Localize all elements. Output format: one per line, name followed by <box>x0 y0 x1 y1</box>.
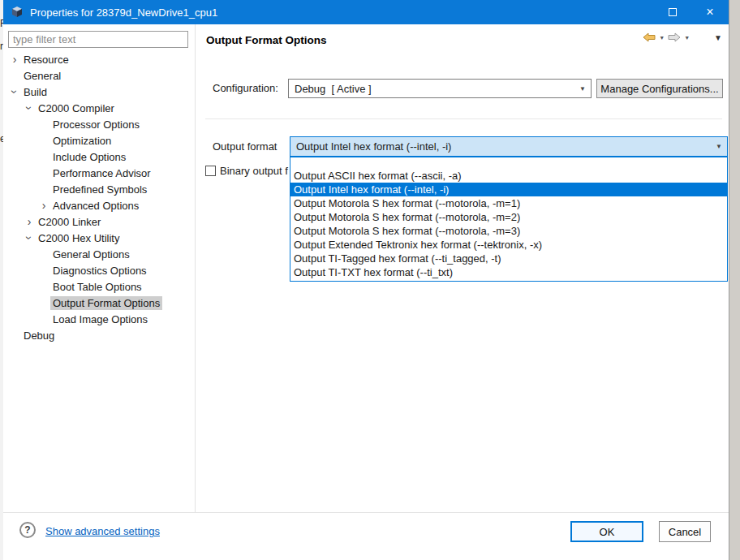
sidebar-item-label: General <box>21 69 63 83</box>
tree-expanded-arrow-icon[interactable]: › <box>21 231 37 244</box>
background-window-right-edge <box>729 0 740 560</box>
page-title: Output Format Options <box>206 34 326 46</box>
sidebar-item-load-image-options[interactable]: Load Image Options <box>3 311 195 327</box>
screen: Rrae Properties for 28379d_NewDrive1_cpu… <box>0 0 740 560</box>
sidebar-item-build[interactable]: ›Build <box>3 84 195 100</box>
configuration-value: Debug [ Active ] <box>289 83 574 95</box>
close-button[interactable]: × <box>691 0 729 24</box>
sidebar-item-label: C2000 Linker <box>36 215 103 229</box>
sidebar-item-diagnostics-options[interactable]: Diagnostics Options <box>3 262 195 278</box>
dropdown-option-3[interactable]: Output Motorola S hex format (--motorola… <box>290 210 727 224</box>
configuration-select[interactable]: Debug [ Active ] ▼ <box>288 79 592 98</box>
app-cube-icon <box>11 6 24 19</box>
sidebar-item-performance-advisor[interactable]: Performance Advisor <box>3 165 195 181</box>
section-divider <box>205 118 722 119</box>
maximize-icon <box>669 8 677 16</box>
dropdown-option-1[interactable]: Output Intel hex format (--intel, -i) <box>290 183 727 196</box>
forward-button[interactable] <box>668 32 681 42</box>
show-advanced-settings-link[interactable]: Show advanced settings <box>45 525 160 537</box>
sidebar-item-label: Include Options <box>50 150 128 164</box>
sidebar-item-label: Build <box>21 85 49 99</box>
ok-button[interactable]: OK <box>570 521 643 542</box>
dropdown-option-4[interactable]: Output Motorola S hex format (--motorola… <box>290 224 727 238</box>
maximize-button[interactable] <box>654 0 691 24</box>
output-format-label: Output format <box>213 136 277 157</box>
close-icon: × <box>706 6 713 19</box>
sidebar-item-label: Debug <box>21 329 57 342</box>
sidebar-item-label: Load Image Options <box>50 312 150 326</box>
output-format-value: Output Intel hex format (--intel, -i) <box>290 140 711 153</box>
sidebar-item-label: Output Format Options <box>50 296 162 310</box>
sidebar-item-c2000-linker[interactable]: ›C2000 Linker <box>3 213 195 230</box>
properties-dialog: Properties for 28379d_NewDrive1_cpu1 × ›… <box>3 0 729 560</box>
help-button[interactable]: ? <box>19 522 36 538</box>
checkbox-icon[interactable] <box>205 166 216 176</box>
sidebar-item-label: Optimization <box>50 134 114 148</box>
sidebar-item-label: C2000 Hex Utility <box>36 231 122 245</box>
binary-output-checkbox-label: Binary output f <box>220 165 288 177</box>
window-title: Properties for 28379d_NewDrive1_cpu1 <box>30 6 217 19</box>
sidebar-item-c2000-compiler[interactable]: ›C2000 Compiler <box>3 100 195 116</box>
sidebar-item-label: C2000 Compiler <box>36 101 117 115</box>
tree-collapsed-arrow-icon[interactable]: › <box>23 213 36 230</box>
forward-arrow-icon <box>668 32 681 42</box>
sidebar-item-resource[interactable]: ›Resource <box>3 51 195 67</box>
sidebar-item-boot-table-options[interactable]: Boot Table Options <box>3 278 195 295</box>
tree-expanded-arrow-icon[interactable]: › <box>6 85 23 98</box>
sidebar-item-optimization[interactable]: Optimization <box>3 132 195 149</box>
back-history-caret-icon[interactable]: ▼ <box>659 35 665 41</box>
dropdown-option-0[interactable]: Output ASCII hex format (--ascii, -a) <box>290 169 727 183</box>
sidebar-item-label: Diagnostics Options <box>50 264 149 278</box>
dropdown-option-5[interactable]: Output Extended Tektronix hex format (--… <box>290 238 727 252</box>
view-menu-caret-icon[interactable]: ▼ <box>714 33 722 42</box>
chevron-down-icon: ▼ <box>574 85 591 93</box>
output-format-select[interactable]: Output Intel hex format (--intel, -i) ▼ <box>290 136 728 157</box>
sidebar-item-label: General Options <box>50 248 132 261</box>
manage-configurations-button[interactable]: Manage Configurations... <box>596 79 723 98</box>
sidebar: ›ResourceGeneral›Build›C2000 CompilerPro… <box>3 24 196 512</box>
sidebar-item-label: Performance Advisor <box>50 166 153 180</box>
sidebar-item-include-options[interactable]: Include Options <box>3 149 195 165</box>
filter-input[interactable] <box>8 31 188 48</box>
help-icon: ? <box>24 524 30 536</box>
titlebar[interactable]: Properties for 28379d_NewDrive1_cpu1 × <box>3 0 729 24</box>
sidebar-item-general-options[interactable]: General Options <box>3 246 195 262</box>
sidebar-item-general[interactable]: General <box>3 67 195 84</box>
content-panel: Output Format Options ▼ ▼ ▼ Configuratio… <box>196 24 729 512</box>
sidebar-item-advanced-options[interactable]: ›Advanced Options <box>3 197 195 213</box>
tree-collapsed-arrow-icon[interactable]: › <box>8 51 21 67</box>
dropdown-option-2[interactable]: Output Motorola S hex format (--motorola… <box>290 196 727 210</box>
chevron-down-icon: ▼ <box>711 143 727 150</box>
sidebar-item-c2000-hex-utility[interactable]: ›C2000 Hex Utility <box>3 230 195 246</box>
sidebar-item-debug[interactable]: Debug <box>3 327 195 343</box>
footer-bar: ? Show advanced settings OK Cancel <box>3 512 729 560</box>
configuration-label: Configuration: <box>213 79 278 98</box>
sidebar-item-output-format-options[interactable]: Output Format Options <box>3 295 195 311</box>
back-arrow-icon <box>643 32 656 42</box>
sidebar-tree: ›ResourceGeneral›Build›C2000 CompilerPro… <box>3 51 195 343</box>
tree-collapsed-arrow-icon[interactable]: › <box>37 197 50 213</box>
sidebar-item-processor-options[interactable]: Processor Options <box>3 116 195 132</box>
sidebar-item-label: Boot Table Options <box>50 280 144 294</box>
history-navigation: ▼ ▼ ▼ <box>643 32 722 42</box>
tree-expanded-arrow-icon[interactable]: › <box>21 101 37 114</box>
sidebar-item-label: Resource <box>21 53 71 67</box>
output-format-dropdown-list: Output ASCII hex format (--ascii, -a)Out… <box>290 157 728 282</box>
sidebar-item-predefined-symbols[interactable]: Predefined Symbols <box>3 181 195 197</box>
forward-history-caret-icon[interactable]: ▼ <box>684 35 690 41</box>
sidebar-item-label: Predefined Symbols <box>50 183 149 196</box>
binary-output-checkbox-row[interactable]: Binary output f <box>205 165 288 177</box>
cancel-button[interactable]: Cancel <box>659 521 711 542</box>
sidebar-item-label: Advanced Options <box>50 199 141 213</box>
dropdown-option-7[interactable]: Output TI-TXT hex format (--ti_txt) <box>290 265 727 279</box>
dropdown-option-6[interactable]: Output TI-Tagged hex format (--ti_tagged… <box>290 252 727 265</box>
back-button[interactable] <box>643 32 656 42</box>
sidebar-item-label: Processor Options <box>50 118 142 131</box>
